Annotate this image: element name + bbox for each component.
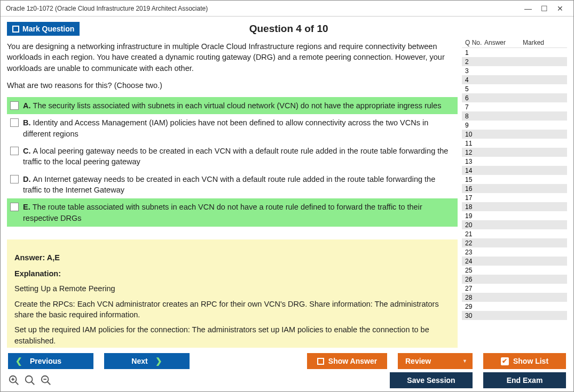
option-text: A local peering gateway needs to be crea… [23, 147, 448, 166]
next-button[interactable]: Next ❯ [104, 353, 190, 369]
option-E[interactable]: E. The route table associated with subne… [7, 198, 458, 227]
titlebar: Oracle 1z0-1072 (Oracle Cloud Infrastruc… [1, 1, 573, 17]
previous-button[interactable]: ❮ Previous [8, 353, 93, 369]
question-list-row[interactable]: 25 [462, 266, 567, 275]
zoom-out-icon[interactable] [40, 374, 52, 386]
question-list-row[interactable]: 29 [462, 302, 567, 311]
main-area: You are designing a networking infrastru… [1, 38, 573, 348]
option-body: E. The route table associated with subne… [23, 202, 454, 223]
question-list-row[interactable]: 8 [462, 111, 567, 121]
option-text: The security lists associated with subne… [33, 101, 442, 110]
question-list-row[interactable]: 30 [462, 311, 567, 320]
app-window: Oracle 1z0-1072 (Oracle Cloud Infrastruc… [0, 0, 574, 392]
explanation-box: Answer: A,E Explanation: Setting Up a Re… [7, 239, 458, 348]
save-session-button[interactable]: Save Session [390, 372, 473, 388]
question-list-row[interactable]: 3 [462, 66, 567, 75]
side-header-answer: Answer [484, 39, 523, 46]
maximize-button[interactable]: ☐ [536, 1, 552, 17]
side-header: Q No. Answer Marked [462, 38, 567, 47]
question-list-row[interactable]: 9 [462, 121, 567, 130]
option-checkbox[interactable] [10, 147, 19, 155]
question-list-row[interactable]: 24 [462, 257, 567, 266]
option-C[interactable]: C. A local peering gateway needs to be c… [7, 142, 458, 171]
next-label: Next [131, 357, 147, 365]
minimize-button[interactable]: — [520, 1, 536, 17]
question-list-row[interactable]: 10 [462, 130, 567, 139]
question-list-row[interactable]: 26 [462, 275, 567, 284]
option-text: An Internet gateway needs to be created … [23, 175, 435, 194]
show-list-button[interactable]: ✔ Show List [483, 353, 566, 369]
option-letter: E. [23, 203, 33, 211]
option-body: C. A local peering gateway needs to be c… [23, 146, 454, 167]
question-list-row[interactable]: 16 [462, 184, 567, 193]
svg-line-1 [15, 382, 19, 385]
option-letter: A. [23, 101, 33, 110]
show-answer-label: Show Answer [328, 357, 377, 365]
option-checkbox[interactable] [10, 101, 19, 110]
side-header-qno: Q No. [463, 39, 484, 46]
bottom-bar: ❮ Previous Next ❯ Show Answer Review ▼ ✔… [1, 348, 573, 372]
explanation-p1: Setting Up a Remote Peering [14, 283, 450, 294]
review-label: Review [405, 357, 431, 365]
options-list: A. The security lists associated with su… [7, 97, 458, 227]
answer-line: Answer: A,E [14, 252, 450, 263]
header-row: Mark Question Question 4 of 10 [1, 17, 573, 38]
question-list-row[interactable]: 7 [462, 102, 567, 111]
review-button[interactable]: Review ▼ [398, 353, 473, 369]
option-text: Identity and Access Management (IAM) pol… [23, 118, 428, 138]
zoom-in-icon[interactable] [8, 374, 20, 386]
zoom-reset-icon[interactable] [24, 374, 36, 386]
save-session-label: Save Session [407, 376, 455, 385]
close-button[interactable]: ✕ [552, 1, 568, 17]
option-body: D. An Internet gateway needs to be creat… [23, 174, 454, 196]
question-list-row[interactable]: 13 [462, 157, 567, 166]
content-scroll[interactable]: You are designing a networking infrastru… [7, 38, 460, 348]
option-checkbox[interactable] [10, 203, 19, 211]
mark-question-label: Mark Question [22, 25, 74, 33]
question-body: You are designing a networking infrastru… [7, 38, 458, 76]
option-A[interactable]: A. The security lists associated with su… [7, 97, 458, 114]
square-icon [317, 358, 324, 365]
option-checkbox[interactable] [10, 118, 19, 127]
question-list-row[interactable]: 23 [462, 247, 567, 257]
question-list-row[interactable]: 12 [462, 148, 567, 157]
option-body: B. Identity and Access Management (IAM) … [23, 117, 454, 139]
option-D[interactable]: D. An Internet gateway needs to be creat… [7, 171, 458, 199]
question-list-row[interactable]: 6 [462, 93, 567, 102]
question-list-row[interactable]: 21 [462, 229, 567, 238]
option-checkbox[interactable] [10, 175, 19, 183]
question-list-row[interactable]: 20 [462, 220, 567, 229]
explanation-p2: Create the RPCs: Each VCN administrator … [14, 299, 450, 321]
question-list-row[interactable]: 18 [462, 202, 567, 211]
show-answer-button[interactable]: Show Answer [307, 353, 387, 369]
end-exam-button[interactable]: End Exam [483, 372, 566, 388]
option-letter: B. [23, 118, 33, 127]
mark-question-button[interactable]: Mark Question [7, 22, 80, 36]
chevron-left-icon: ❮ [15, 356, 22, 366]
question-list-row[interactable]: 19 [462, 211, 567, 220]
question-list-row[interactable]: 4 [462, 75, 567, 84]
question-list-row[interactable]: 11 [462, 139, 567, 148]
option-letter: D. [23, 175, 33, 183]
question-list-row[interactable]: 27 [462, 284, 567, 293]
question-list-row[interactable]: 15 [462, 175, 567, 184]
check-icon: ✔ [501, 357, 509, 365]
question-list-row[interactable]: 1 [462, 48, 567, 57]
svg-line-7 [48, 382, 51, 385]
question-prompt: What are two reasons for this? (Choose t… [7, 76, 458, 96]
option-B[interactable]: B. Identity and Access Management (IAM) … [7, 114, 458, 142]
chevron-right-icon: ❯ [155, 356, 162, 366]
svg-line-5 [32, 382, 35, 385]
question-list-row[interactable]: 17 [462, 193, 567, 202]
question-list-row[interactable]: 28 [462, 293, 567, 302]
question-list[interactable]: 1234567891011121314151617181920212223242… [462, 47, 567, 348]
mark-checkbox-icon [12, 26, 19, 33]
end-exam-label: End Exam [507, 376, 543, 385]
question-list-row[interactable]: 14 [462, 166, 567, 175]
dropdown-icon: ▼ [462, 358, 467, 364]
question-list-row[interactable]: 5 [462, 84, 567, 93]
option-text: The route table associated with subnets … [23, 203, 422, 222]
svg-point-4 [26, 376, 33, 383]
question-list-row[interactable]: 2 [462, 57, 567, 66]
question-list-row[interactable]: 22 [462, 238, 567, 247]
